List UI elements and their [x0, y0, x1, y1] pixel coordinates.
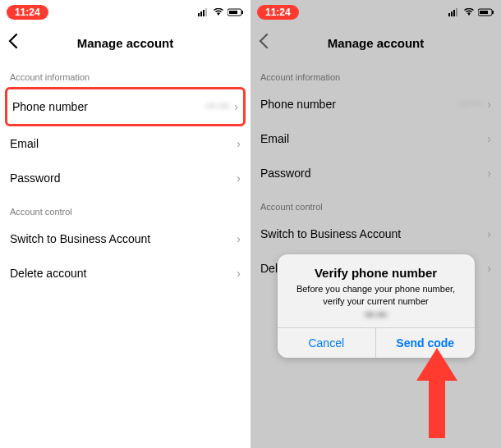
nav-bar: Manage account: [0, 25, 250, 61]
section-header-info: Account information: [250, 61, 501, 87]
status-bar: 11:24: [250, 0, 501, 25]
alert-message: Before you change your phone number, ver…: [289, 283, 463, 308]
section-header-control: Account control: [0, 195, 250, 222]
chevron-right-icon: ›: [487, 98, 491, 111]
verify-alert: Verify phone number Before you change yo…: [278, 254, 475, 358]
svg-rect-10: [456, 8, 457, 16]
chevron-right-icon: ›: [237, 137, 241, 150]
svg-rect-6: [229, 11, 237, 14]
row-email[interactable]: Email ›: [250, 121, 501, 156]
status-icons: [448, 8, 494, 16]
row-password-label: Password: [10, 171, 237, 185]
row-phone-value: ••• •••: [206, 101, 230, 112]
row-password[interactable]: Password ›: [250, 156, 501, 190]
highlight-annotation: Phone number ••• ••• ›: [5, 87, 246, 126]
chevron-right-icon: ›: [237, 267, 241, 280]
page-title: Manage account: [0, 36, 250, 50]
row-email[interactable]: Email ›: [0, 126, 250, 161]
status-icons: [198, 8, 244, 16]
page-title: Manage account: [250, 36, 501, 50]
chevron-right-icon: ›: [487, 132, 491, 145]
chevron-right-icon: ›: [237, 232, 241, 245]
cancel-button[interactable]: Cancel: [278, 328, 376, 358]
row-email-label: Email: [260, 132, 487, 145]
row-phone[interactable]: Phone number ••• ••• ›: [7, 89, 243, 124]
row-delete-label: Delete account: [10, 267, 237, 280]
chevron-right-icon: ›: [487, 167, 491, 180]
row-delete-account[interactable]: Delete account ›: [0, 256, 250, 290]
svg-rect-9: [453, 10, 455, 16]
svg-rect-8: [451, 11, 453, 16]
nav-bar: Manage account: [250, 25, 501, 61]
row-phone-label: Phone number: [12, 100, 206, 113]
chevron-right-icon: ›: [487, 262, 491, 275]
row-switch-label: Switch to Business Account: [260, 227, 487, 240]
status-time: 11:24: [257, 5, 299, 20]
alert-masked-number: ••• •••: [289, 309, 463, 319]
svg-rect-7: [448, 13, 450, 16]
chevron-right-icon: ›: [234, 100, 238, 113]
status-time: 11:24: [7, 5, 48, 20]
row-phone-value: ••• •••: [459, 98, 483, 110]
svg-rect-2: [203, 10, 205, 16]
row-password[interactable]: Password ›: [0, 161, 250, 195]
row-email-label: Email: [10, 137, 237, 150]
section-header-info: Account information: [0, 61, 250, 87]
chevron-right-icon: ›: [487, 227, 491, 240]
row-switch-business[interactable]: Switch to Business Account ›: [0, 222, 250, 256]
arrow-annotation: [412, 348, 462, 438]
alert-title: Verify phone number: [289, 266, 463, 280]
back-icon[interactable]: [8, 34, 18, 53]
row-phone[interactable]: Phone number ••• ••• ›: [250, 87, 501, 121]
svg-rect-0: [198, 13, 200, 16]
svg-rect-13: [480, 11, 488, 14]
back-icon[interactable]: [259, 34, 269, 53]
row-phone-label: Phone number: [260, 98, 459, 111]
section-header-control: Account control: [250, 190, 501, 217]
svg-rect-1: [200, 11, 202, 16]
row-password-label: Password: [260, 167, 487, 180]
chevron-right-icon: ›: [237, 171, 241, 185]
svg-rect-3: [205, 8, 207, 16]
row-switch-business[interactable]: Switch to Business Account ›: [250, 217, 501, 251]
svg-marker-14: [416, 348, 457, 438]
svg-rect-12: [492, 11, 494, 14]
svg-rect-5: [241, 11, 243, 14]
row-switch-label: Switch to Business Account: [10, 232, 237, 245]
status-bar: 11:24: [0, 0, 250, 25]
